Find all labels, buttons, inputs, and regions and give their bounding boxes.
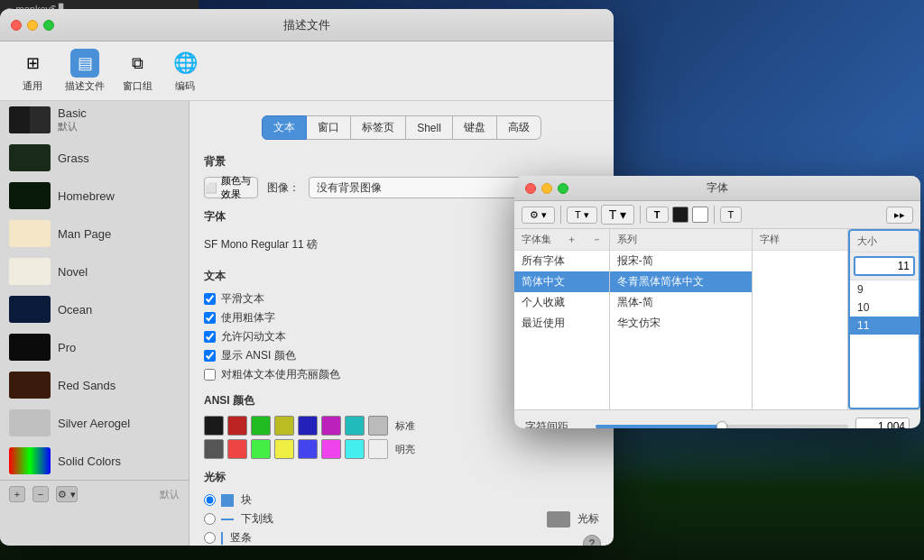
font-family-add[interactable]: ＋ <box>567 233 577 246</box>
sidebar-item-grass[interactable]: Grass <box>0 139 189 177</box>
font-text-button[interactable]: T <box>720 207 743 223</box>
sidebar-item-redsands[interactable]: Red Sands <box>0 366 189 404</box>
toolbar-general[interactable]: ⊞ 通用 <box>18 49 47 93</box>
font-gear-button[interactable]: ⚙ ▾ <box>522 207 555 224</box>
default-button[interactable]: 默认 <box>160 488 180 501</box>
font-style-panel: 字样 <box>753 229 848 409</box>
checkbox-blink[interactable]: 允许闪动文本 <box>204 329 507 344</box>
tab-advanced[interactable]: 高级 <box>497 115 541 140</box>
smooth-checkbox[interactable] <box>204 293 216 305</box>
ansi-std-1[interactable] <box>204 416 224 436</box>
dialog-title: 描述文件 <box>283 17 330 33</box>
toolbar-encoding[interactable]: 🌐 编码 <box>171 49 199 93</box>
font-family-recent[interactable]: 最近使用 <box>514 313 609 334</box>
char-spacing-slider[interactable] <box>596 425 848 428</box>
font-dialog-titlebar: 字体 <box>514 176 920 201</box>
ansi-std-5[interactable] <box>298 416 318 436</box>
tab-tabpage[interactable]: 标签页 <box>351 115 406 140</box>
cursor-block-label: 块 <box>241 492 252 508</box>
sidebar-item-ocean[interactable]: Ocean <box>0 290 189 328</box>
font-series-dongqing[interactable]: 冬青黑体简体中文 <box>610 271 752 292</box>
font-size-11[interactable]: 11 <box>850 317 919 335</box>
gear-profile-button[interactable]: ⚙ ▾ <box>56 486 78 502</box>
font-family-simplified-chinese[interactable]: 简体中文 <box>514 271 609 292</box>
font-dialog-close[interactable] <box>525 183 536 194</box>
checkbox-bold[interactable]: 使用粗体字 <box>204 310 507 326</box>
font-tool-color-box[interactable] <box>672 207 688 223</box>
toolbar-windowgroup[interactable]: ⧉ 窗口组 <box>123 49 152 93</box>
ansi-std-8[interactable] <box>368 416 388 436</box>
ansi-std-4[interactable] <box>274 416 294 436</box>
sidebar-item-basic[interactable]: Basic 默认 <box>0 101 189 139</box>
remove-profile-button[interactable]: − <box>32 486 49 502</box>
sidebar-item-novel[interactable]: Novel <box>0 252 189 290</box>
cursor-bar-option[interactable]: 竖条 <box>204 530 273 546</box>
sidebar-item-manpage[interactable]: Man Page <box>0 215 189 252</box>
sidebar-item-solidcolors[interactable]: Solid Colors <box>0 442 189 480</box>
checkbox-bright[interactable]: 对粗体文本使用亮丽颜色 <box>204 367 507 382</box>
bold-checkbox[interactable] <box>204 312 216 324</box>
font-tool-white-box[interactable] <box>692 207 708 223</box>
cursor-color-btn[interactable]: 光标 <box>547 511 599 528</box>
zoom-button[interactable] <box>43 20 54 31</box>
char-spacing-fill <box>596 425 722 428</box>
font-series-list: 报宋-简 冬青黑体简体中文 黑体-简 华文仿宋 <box>610 251 752 409</box>
ansi-bright-5[interactable] <box>298 439 318 459</box>
font-family-all[interactable]: 所有字体 <box>514 251 609 271</box>
font-tlarge-button[interactable]: T ▾ <box>601 205 634 225</box>
cursor-underline-option[interactable]: 下划线 <box>204 511 273 527</box>
ansi-bright-7[interactable] <box>345 439 365 459</box>
font-size-10[interactable]: 10 <box>850 298 919 317</box>
ansi-std-6[interactable] <box>321 416 341 436</box>
ansi-bright-8[interactable] <box>368 439 388 459</box>
ansi-std-2[interactable] <box>227 416 247 436</box>
ansi-std-3[interactable] <box>251 416 271 436</box>
minimize-button[interactable] <box>27 20 38 31</box>
font-series-baosong[interactable]: 报宋-简 <box>610 251 752 271</box>
font-size-9[interactable]: 9 <box>850 280 919 298</box>
ansi-std-7[interactable] <box>345 416 365 436</box>
font-series-huawen[interactable]: 华文仿宋 <box>610 313 752 334</box>
blink-checkbox-input[interactable] <box>204 331 216 343</box>
cursor-underline-radio[interactable] <box>204 513 216 525</box>
font-tsize-button[interactable]: T ▾ <box>567 207 597 224</box>
general-icon: ⊞ <box>18 49 47 78</box>
image-label: 图像： <box>267 180 300 196</box>
font-bold-button[interactable]: T <box>646 207 669 223</box>
sidebar-item-silveraerogel[interactable]: Silver Aerogel <box>0 404 189 442</box>
close-button[interactable] <box>11 20 22 31</box>
char-spacing-value[interactable] <box>855 418 910 428</box>
sidebar-item-homebrew[interactable]: Homebrew <box>0 177 189 215</box>
ansi-bright-2[interactable] <box>227 439 247 459</box>
font-dialog-zoom[interactable] <box>558 183 568 194</box>
sidebar-item-pro[interactable]: Pro <box>0 328 189 366</box>
font-series-heiti[interactable]: 黑体-简 <box>610 292 752 313</box>
add-profile-button[interactable]: + <box>9 486 25 502</box>
checkbox-smooth[interactable]: 平滑文本 <box>204 291 507 307</box>
font-family-remove[interactable]: － <box>592 233 602 246</box>
cursor-block-radio[interactable] <box>204 494 216 506</box>
ansi-bright-1[interactable] <box>204 439 224 459</box>
bright-checkbox[interactable] <box>204 369 216 381</box>
tab-text[interactable]: 文本 <box>262 115 307 140</box>
tab-keyboard[interactable]: 键盘 <box>453 115 497 140</box>
ansi-bright-3[interactable] <box>251 439 271 459</box>
ansi-checkbox[interactable] <box>204 350 216 362</box>
ansi-bright-4[interactable] <box>274 439 294 459</box>
font-dialog: 字体 ⚙ ▾ T ▾ T ▾ T T ▸▸ 字体集 ＋ － 所有字体 简体中文 … <box>514 176 920 428</box>
font-size-input[interactable] <box>854 256 915 276</box>
image-select-value: 没有背景图像 <box>317 180 382 196</box>
cursor-block-option[interactable]: 块 <box>204 492 273 508</box>
font-dialog-title: 字体 <box>707 180 728 196</box>
tab-shell[interactable]: Shell <box>406 115 453 140</box>
background-color-button[interactable]: ⬜ 颜色与效果 <box>204 177 258 198</box>
font-dialog-minimize[interactable] <box>541 183 552 194</box>
ansi-bright-6[interactable] <box>321 439 341 459</box>
checkbox-ansi[interactable]: 显示 ANSI 颜色 <box>204 348 507 363</box>
toolbar-profile[interactable]: ▤ 描述文件 <box>65 49 105 93</box>
char-spacing-thumb[interactable] <box>716 421 727 428</box>
tab-window[interactable]: 窗口 <box>307 115 351 140</box>
font-more-button[interactable]: ▸▸ <box>886 207 913 224</box>
cursor-bar-radio[interactable] <box>204 532 216 544</box>
font-family-favorites[interactable]: 个人收藏 <box>514 292 609 313</box>
